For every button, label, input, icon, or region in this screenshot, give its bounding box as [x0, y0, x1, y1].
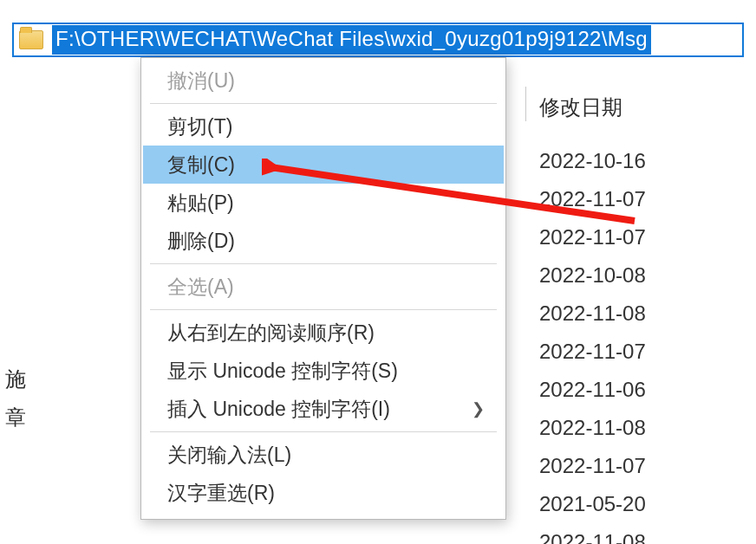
menu-undo[interactable]: 撤消(U) — [143, 62, 504, 100]
column-header-modified[interactable]: 修改日期 — [539, 94, 622, 121]
menu-close-ime[interactable]: 关闭输入法(L) — [143, 436, 504, 474]
menu-separator — [150, 263, 497, 264]
address-bar[interactable]: F:\OTHER\WECHAT\WeChat Files\wxid_0yuzg0… — [12, 23, 744, 57]
date-cell[interactable]: 2022-11-07 — [539, 218, 646, 256]
left-text-fragment: 施 章 — [5, 360, 26, 437]
fragment-b: 章 — [5, 398, 26, 437]
date-cell[interactable]: 2022-11-06 — [539, 371, 646, 409]
date-cell[interactable]: 2022-10-16 — [539, 142, 646, 180]
menu-delete[interactable]: 删除(D) — [143, 222, 504, 260]
menu-insert-unicode[interactable]: 插入 Unicode 控制字符(I) ❯ — [143, 390, 504, 428]
submenu-arrow-icon: ❯ — [472, 399, 485, 418]
address-path[interactable]: F:\OTHER\WECHAT\WeChat Files\wxid_0yuzg0… — [52, 25, 651, 55]
menu-rtl-reading[interactable]: 从右到左的阅读顺序(R) — [143, 314, 504, 352]
folder-icon — [19, 30, 43, 49]
date-column: 2022-10-16 2022-11-07 2022-11-07 2022-10… — [539, 142, 646, 544]
date-cell[interactable]: 2022-11-08 — [539, 523, 646, 544]
menu-show-unicode[interactable]: 显示 Unicode 控制字符(S) — [143, 352, 504, 390]
menu-cut[interactable]: 剪切(T) — [143, 107, 504, 146]
menu-insert-unicode-label: 插入 Unicode 控制字符(I) — [167, 396, 390, 423]
menu-select-all[interactable]: 全选(A) — [143, 268, 504, 306]
menu-separator — [150, 431, 497, 432]
date-cell[interactable]: 2022-11-08 — [539, 409, 646, 447]
date-cell[interactable]: 2022-11-08 — [539, 295, 646, 333]
menu-separator — [150, 309, 497, 310]
menu-copy[interactable]: 复制(C) — [143, 146, 504, 184]
context-menu: 撤消(U) 剪切(T) 复制(C) 粘贴(P) 删除(D) 全选(A) 从右到左… — [140, 57, 506, 520]
date-cell[interactable]: 2022-10-08 — [539, 256, 646, 295]
date-cell[interactable]: 2022-11-07 — [539, 180, 646, 218]
fragment-a: 施 — [5, 360, 26, 398]
menu-separator — [150, 103, 497, 104]
date-cell[interactable]: 2022-11-07 — [539, 333, 646, 371]
date-cell[interactable]: 2021-05-20 — [539, 485, 646, 523]
date-cell[interactable]: 2022-11-07 — [539, 447, 646, 485]
menu-chinese-reselect[interactable]: 汉字重选(R) — [143, 474, 504, 512]
menu-paste[interactable]: 粘贴(P) — [143, 184, 504, 222]
